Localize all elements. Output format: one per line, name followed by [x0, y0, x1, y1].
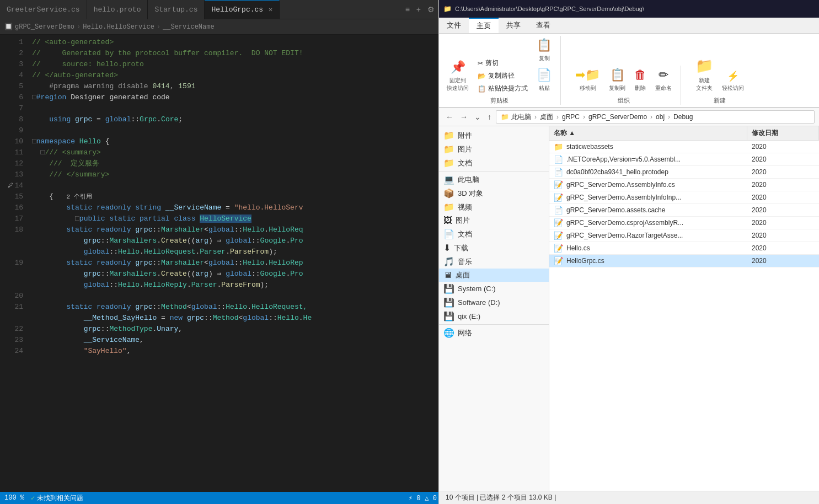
file-item-staticwebassets[interactable]: 📁 staticwebassets 2020 [549, 141, 819, 153]
tree-item-desktop[interactable]: 🖥 桌面 [439, 269, 549, 282]
code-line: grpc::Marshallers.Create((arg) ⇒ global:… [32, 269, 441, 280]
file-item-csprojassembly[interactable]: 📝 gRPC_ServerDemo.csprojAssemblyR... 202… [549, 217, 819, 229]
organize-label: 组织 [618, 96, 630, 105]
tree-item-3dobjects[interactable]: 📦 3D 对象 [439, 186, 549, 200]
cs-file-icon: 📝 [554, 231, 563, 240]
new-folder-button[interactable]: 📁 新建文件夹 [692, 55, 716, 94]
tree-item-drive-e[interactable]: 💾 qix (E:) [439, 309, 549, 323]
code-line: // source: hello.proto [32, 59, 441, 70]
copy-path-button[interactable]: 📂 复制路径 [474, 70, 531, 82]
tab-startup[interactable]: Startup.cs [148, 0, 205, 19]
editor: GreeterService.cs hello.proto Startup.cs… [0, 0, 441, 504]
ribbon-tab-home[interactable]: 主页 [469, 18, 499, 33]
copy-path-icon: 📂 [478, 72, 486, 80]
code-content[interactable]: // <auto-generated> // Generated by the … [28, 35, 441, 487]
new-group: 📁 新建文件夹 ⚡ 轻松访问 新建 [692, 55, 753, 105]
rename-button[interactable]: ✏ 重命名 [652, 66, 675, 94]
file-item-assemblyinfo[interactable]: 📝 gRPC_ServerDemo.AssemblyInfo.cs 2020 [549, 179, 819, 191]
copy-icon: 📋 [537, 38, 552, 52]
right-panel: 名称 ▲ 修改日期 📁 staticwebassets 2020 📄 .NETC… [549, 126, 819, 491]
tree-item-drive-d[interactable]: 💾 Software (D:) [439, 296, 549, 309]
tree-item-documents[interactable]: 📁 文档 [439, 156, 549, 170]
cs-file-icon: 📝 [554, 218, 563, 227]
cs-file-icon: 📝 [554, 256, 563, 265]
code-line: global::Hello.HelloRequest.Parser.ParseF… [32, 246, 441, 258]
tab-hellogrpc[interactable]: HelloGrpc.cs ✕ [205, 0, 280, 19]
tree-item-images[interactable]: 🖼 图片 [439, 214, 549, 227]
tree-item-downloads[interactable]: ⬇ 下载 [439, 241, 549, 255]
breadcrumb-member[interactable]: __ServiceName [163, 23, 215, 31]
name-header[interactable]: 名称 ▲ [549, 126, 747, 140]
clipboard-group: 📌 固定到快速访问 ✂ 剪切 📂 复制路径 [443, 36, 561, 105]
ribbon-tab-share[interactable]: 共享 [499, 18, 528, 33]
desktop-icon: 🖥 [443, 270, 452, 280]
folder-icon: 📁 [554, 142, 563, 151]
breadcrumb: 🔲 gRPC_ServerDemo › Hello.HelloService ›… [0, 19, 441, 35]
tree-item-drive-c[interactable]: 💾 System (C:) [439, 282, 549, 296]
folder-icon: 📁 [443, 5, 452, 13]
paste-shortcut-icon: 📋 [478, 85, 486, 93]
ribbon-tabs: 文件 主页 共享 查看 [439, 18, 819, 34]
code-line: __ServiceName, [32, 335, 441, 346]
tab-list-button[interactable]: ≡ [403, 4, 412, 15]
documents-icon: 📄 [443, 229, 454, 239]
new-tab-button[interactable]: + [414, 4, 423, 15]
forward-button[interactable]: → [458, 111, 470, 122]
code-line: global::Hello.HelloReply.Parser.ParseFro… [32, 280, 441, 291]
rename-icon: ✏ [659, 68, 668, 82]
tab-hello-proto[interactable]: hello.proto [87, 0, 148, 19]
file-item-netcoreapp[interactable]: 📄 .NETCoreApp,Version=v5.0.Assembl... 20… [549, 153, 819, 166]
code-line: // <auto-generated> [32, 37, 441, 48]
code-line: □#region Designer generated code [32, 92, 441, 103]
tree-item-thispc[interactable]: 💻 此电脑 [439, 173, 549, 186]
move-to-button[interactable]: ➡📁 移动到 [572, 66, 603, 94]
separator [439, 171, 549, 171]
cut-button[interactable]: ✂ 剪切 [474, 57, 531, 69]
file-item-protodep[interactable]: 📄 dc0a0bf02cba9341_hello.protodep 2020 [549, 166, 819, 179]
code-line: /// 定义服务 [32, 158, 441, 169]
tree-item-network[interactable]: 🌐 网络 [439, 326, 549, 340]
copy-button[interactable]: 📋 复制 [533, 36, 555, 65]
check-icon: ✓ [31, 494, 35, 502]
tab-greeter[interactable]: GreeterService.cs [0, 0, 87, 19]
date-header[interactable]: 修改日期 [747, 126, 819, 140]
paste-shortcut-button[interactable]: 📋 粘贴快捷方式 [474, 83, 531, 94]
file-item-assemblyinfoinp[interactable]: 📝 gRPC_ServerDemo.AssemblyInfoInp... 202… [549, 191, 819, 204]
pin-button[interactable]: 📌 固定到快速访问 [443, 58, 472, 94]
file-item-hellogrpc-cs[interactable]: 📝 HelloGrpc.cs 2020 [549, 255, 819, 267]
settings-button[interactable]: ⚙ [425, 4, 437, 15]
tree-item-docs2[interactable]: 📄 文档 [439, 227, 549, 241]
easy-access-button[interactable]: ⚡ 轻松访问 [719, 68, 747, 94]
ribbon: 文件 主页 共享 查看 📌 固定到快速访问 ✂ [439, 18, 819, 108]
file-item-assetscache[interactable]: 📄 gRPC_ServerDemo.assets.cache 2020 [549, 204, 819, 217]
tree-item-music[interactable]: 🎵 音乐 [439, 255, 549, 269]
tab-close-icon[interactable]: ✕ [269, 6, 272, 14]
code-line: grpc::MethodType.Unary, [32, 324, 441, 335]
code-line: "SayHello", [32, 346, 441, 357]
code-area: 1 2 3 4 5 6 7 8 9 10 11 12 13 🖊14 15 16 … [0, 35, 441, 487]
paste-button[interactable]: 📄 粘贴 [533, 66, 555, 94]
code-line: grpc::Marshallers.Create((arg) ⇒ global:… [32, 235, 441, 246]
explorer-title-path: C:\Users\Administrator\Desktop\gRPC\gRPC… [455, 6, 815, 12]
address-input[interactable]: 📁 此电脑 › 桌面 › gRPC › gRPC_ServerDemo › ob… [496, 110, 815, 124]
address-bar: ← → ⌄ ↑ 📁 此电脑 › 桌面 › gRPC › gRPC_ServerD… [439, 108, 819, 126]
tree-item-pictures[interactable]: 📁 图片 [439, 142, 549, 156]
delete-button[interactable]: 🗑 删除 [631, 66, 650, 94]
up-button[interactable]: ↑ [485, 111, 494, 122]
tree-item-videos[interactable]: 📁 视频 [439, 200, 549, 214]
ribbon-tab-view[interactable]: 查看 [528, 18, 558, 33]
music-icon: 🎵 [443, 256, 454, 267]
breadcrumb-class[interactable]: Hello.HelloService [83, 23, 154, 31]
dropdown-button[interactable]: ⌄ [472, 111, 483, 122]
tree-item-attachments[interactable]: 📁 附件 [439, 128, 549, 142]
ribbon-tab-file[interactable]: 文件 [439, 18, 469, 33]
breadcrumb-project[interactable]: gRPC_ServerDemo [15, 23, 74, 31]
copy-to-button[interactable]: 📋 复制到 [606, 66, 629, 94]
code-line: static readonly string __ServiceName = "… [32, 202, 441, 213]
code-line: __Method_SayHello = new grpc::Method<glo… [32, 313, 441, 324]
no-issues: ✓ 未找到相关问题 [31, 494, 83, 503]
breadcrumb-icon: 🔲 [4, 23, 13, 31]
file-item-hello-cs[interactable]: 📝 Hello.cs 2020 [549, 242, 819, 255]
file-item-razortarget[interactable]: 📝 gRPC_ServerDemo.RazorTargetAsse... 202… [549, 229, 819, 242]
back-button[interactable]: ← [443, 111, 456, 122]
